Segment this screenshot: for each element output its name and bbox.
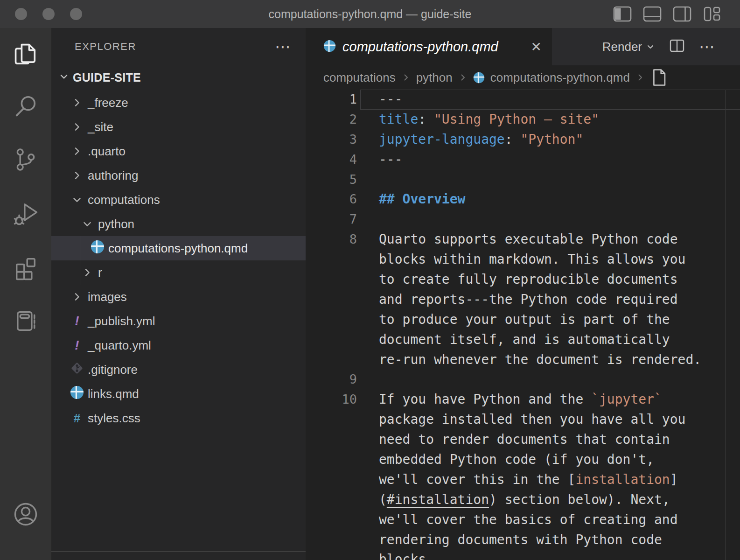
notebook-icon[interactable] (11, 306, 41, 336)
file-tree: _freeze_site.quartoauthoringcomputations… (51, 91, 306, 430)
section-label: GUIDE-SITE (73, 71, 141, 84)
code-line[interactable]: embedded Python code (if you don't, (306, 450, 740, 470)
line-number (306, 350, 373, 370)
tree-item-label: _publish.yml (88, 314, 155, 329)
tree-item--gitignore[interactable]: .gitignore (51, 357, 306, 382)
line-number: 7 (306, 210, 373, 230)
tree-item-label: links.qmd (88, 387, 139, 401)
code-line[interactable]: (#installation) section below). Next, (306, 490, 740, 510)
tree-item-computations[interactable]: computations (51, 188, 306, 212)
tree-item-label: _freeze (88, 96, 128, 110)
close-tab-icon[interactable]: ✕ (531, 39, 542, 55)
code-line[interactable]: 3jupyter-language: "Python" (306, 130, 740, 150)
customize-layout-icon[interactable] (703, 6, 721, 22)
code-line[interactable]: 10If you have Python and the `jupyter` (306, 390, 740, 410)
code-line[interactable]: 8Quarto supports executable Python code (306, 230, 740, 250)
code-line[interactable]: and reports---the Python code required (306, 290, 740, 310)
line-number (306, 250, 373, 270)
tab-computations-python-qmd[interactable]: computations-python.qmd ✕ (306, 28, 552, 65)
code-line[interactable]: document itself, and is automatically (306, 330, 740, 350)
source-control-icon[interactable] (11, 145, 41, 175)
code-line[interactable]: we'll cover this in the [installation] (306, 470, 740, 490)
split-editor-icon[interactable] (669, 38, 685, 55)
tree-item-label: .quarto (88, 144, 126, 159)
code-line[interactable]: 4--- (306, 150, 740, 170)
tree-item-links-qmd[interactable]: links.qmd (51, 382, 306, 406)
code-line[interactable]: re-run whenever the document is rendered… (306, 350, 740, 370)
line-number (306, 270, 373, 290)
code-line[interactable]: need to render documents that contain (306, 430, 740, 450)
quarto-file-icon (323, 40, 336, 54)
tab-bar: computations-python.qmd ✕ Render ⋯ (306, 28, 740, 65)
line-number (306, 470, 373, 490)
code-line[interactable]: blocks. (306, 550, 740, 560)
tree-item--quarto[interactable]: .quarto (51, 139, 306, 163)
section-header-guide-site[interactable]: GUIDE-SITE (51, 65, 306, 90)
search-icon[interactable] (11, 91, 41, 121)
section-header-outline[interactable]: OUTLINE (51, 551, 306, 560)
explorer-icon[interactable] (11, 40, 41, 70)
tree-item-label: _quarto.yml (88, 338, 151, 353)
code-editor[interactable]: 1---2title: "Using Python — site"3jupyte… (306, 90, 740, 560)
explorer-more-actions-icon[interactable]: ⋯ (275, 42, 292, 51)
breadcrumb-chevron-icon (401, 73, 411, 82)
tree-item--freeze[interactable]: _freeze (51, 91, 306, 115)
tree-item--site[interactable]: _site (51, 115, 306, 139)
tree-item--quarto-yml[interactable]: !_quarto.yml (51, 333, 306, 357)
chevron-down-icon (80, 218, 94, 230)
chevron-right-icon (70, 170, 84, 181)
code-line[interactable]: to create fully reproducible documents (306, 270, 740, 290)
line-number: 9 (306, 370, 373, 390)
code-line[interactable]: we'll cover the basics of creating and (306, 510, 740, 530)
tree-item-r[interactable]: r (51, 260, 306, 285)
breadcrumb-segment[interactable]: python (416, 70, 453, 85)
tree-item-styles-css[interactable]: #styles.css (51, 406, 306, 430)
yaml-warning-icon: ! (75, 314, 79, 329)
code-line[interactable]: package installed then you have all you (306, 410, 740, 430)
toggle-secondary-sidebar-icon[interactable] (673, 6, 691, 22)
code-line[interactable]: 7 (306, 210, 740, 230)
editor-more-actions-icon[interactable]: ⋯ (699, 42, 716, 51)
tab-label: computations-python.qmd (342, 39, 498, 55)
code-line[interactable]: 1--- (306, 90, 740, 110)
manage-gear-icon[interactable] (11, 555, 41, 560)
tree-item-label: images (88, 290, 127, 304)
accounts-icon[interactable] (11, 499, 41, 529)
breadcrumb-segment[interactable]: computations (323, 70, 396, 85)
tree-item-computations-python-qmd[interactable]: computations-python.qmd (51, 236, 306, 260)
line-number (306, 530, 373, 550)
toggle-panel-icon[interactable] (643, 6, 662, 22)
render-button[interactable]: Render (602, 40, 655, 54)
tree-item-label: python (98, 217, 134, 231)
code-line[interactable]: to produce your output is part of the (306, 310, 740, 330)
line-number: 8 (306, 230, 373, 250)
run-and-debug-icon[interactable] (11, 198, 41, 228)
code-line[interactable]: 9 (306, 370, 740, 390)
code-line[interactable]: rendering documents with Python code (306, 530, 740, 550)
line-number: 5 (306, 170, 373, 190)
tree-item-label: computations (88, 193, 160, 207)
tree-item-images[interactable]: images (51, 285, 306, 309)
line-number: 2 (306, 110, 373, 130)
line-number (306, 330, 373, 350)
chevron-right-icon (70, 291, 84, 302)
tree-item-authoring[interactable]: authoring (51, 163, 306, 188)
code-line[interactable]: 5 (306, 170, 740, 190)
tree-item-python[interactable]: python (51, 212, 306, 236)
window-titlebar: computations-python.qmd — guide-site (0, 0, 740, 28)
line-number (306, 450, 373, 470)
breadcrumb-segment[interactable]: computations-python.qmd (490, 70, 630, 85)
toggle-primary-sidebar-icon[interactable] (613, 6, 632, 22)
chevron-right-icon (70, 146, 84, 157)
extensions-icon[interactable] (11, 253, 41, 283)
chevron-right-icon (80, 267, 94, 278)
code-line[interactable]: 6## Overview (306, 189, 740, 210)
line-number (306, 430, 373, 450)
line-number (306, 410, 373, 430)
line-number: 10 (306, 390, 373, 410)
code-line[interactable]: 2title: "Using Python — site" (306, 110, 740, 130)
tree-item--publish-yml[interactable]: !_publish.yml (51, 309, 306, 333)
file-outline-icon (650, 68, 667, 87)
code-line[interactable]: blocks within markdown. This allows you (306, 250, 740, 270)
breadcrumb-chevron-icon (458, 73, 468, 82)
